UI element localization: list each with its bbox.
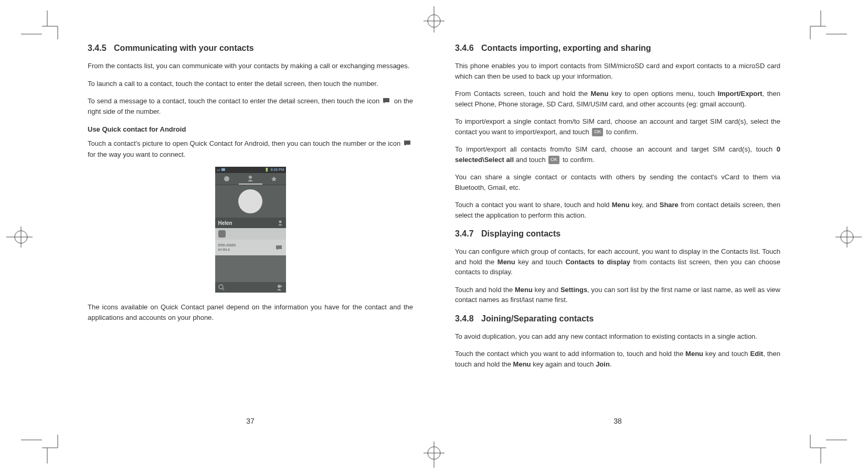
p-import-menu: From Contacts screen, touch and hold the… <box>455 89 780 109</box>
svg-point-6 <box>279 221 281 223</box>
message-icon <box>404 139 412 149</box>
p-import-all: To import/export all contacts from/to SI… <box>455 144 780 165</box>
edit-contact-icon <box>278 220 283 225</box>
crop-mark-br <box>805 432 847 464</box>
ok-badge: OK <box>592 128 603 136</box>
svg-point-5 <box>249 176 252 179</box>
tab-favorites <box>262 173 286 185</box>
add-contact-icon <box>277 284 283 290</box>
p-communicate: From the contacts list, you can communic… <box>88 61 413 71</box>
p-share-vcard: You can share a single contact or contac… <box>455 172 780 192</box>
contact-name: Helen <box>218 219 232 227</box>
center-mark-left <box>6 221 33 253</box>
page-left: 3.4.5 Communicating with your contacts F… <box>88 42 413 376</box>
p-display-settings: Touch and hold the Menu key and Settings… <box>455 285 780 305</box>
crop-mark-bl <box>21 432 63 464</box>
heading-346: 3.4.6 Contacts importing, exporting and … <box>455 42 780 55</box>
crop-mark-tr <box>805 10 847 42</box>
phone-type: MOBILE <box>218 248 236 252</box>
tab-dialer <box>215 173 239 185</box>
message-icon <box>383 96 391 107</box>
phone-number: 856-6889 <box>218 243 236 248</box>
status-time: 🔋 9:26 PM <box>264 167 284 173</box>
dial-action-row <box>215 228 286 240</box>
search-icon <box>218 284 225 290</box>
tab-contact <box>239 173 262 185</box>
contact-avatar <box>215 185 286 218</box>
p-import-single: To import/export a single contact from/t… <box>455 116 780 137</box>
center-mark-top <box>418 6 450 33</box>
svg-point-7 <box>219 285 223 289</box>
crop-mark-tl <box>21 10 63 42</box>
p-share-action: Touch a contact you want to share, touch… <box>455 200 780 220</box>
ok-badge: OK <box>548 156 559 164</box>
status-left-icons: ▭ ☎ <box>217 167 226 173</box>
phone-screenshot: ▭ ☎ 🔋 9:26 PM Helen <box>215 167 286 293</box>
p-join-intro: To avoid duplication, you can add any ne… <box>455 331 780 342</box>
contact-name-row: Helen <box>215 218 286 228</box>
p-icons-depend: The icons available on Quick Contact pan… <box>88 302 413 322</box>
phone-status-bar: ▭ ☎ 🔋 9:26 PM <box>215 167 286 173</box>
svg-point-4 <box>224 176 229 181</box>
p-import-intro: This phone enables you to import contact… <box>455 61 780 81</box>
p-display-config: You can configure which group of contact… <box>455 246 780 277</box>
p-join-action: Touch the contact which you want to add … <box>455 349 780 369</box>
heading-345: 3.4.5 Communicating with your contacts <box>88 42 413 55</box>
p-quick-contact: Touch a contact's picture to open Quick … <box>88 138 413 159</box>
phone-bottom-bar <box>215 282 286 293</box>
phone-number-row: 856-6889 MOBILE <box>215 240 286 255</box>
heading-348: 3.4.8 Joining/Separating contacts <box>455 313 780 325</box>
center-mark-right <box>835 221 862 253</box>
heading-num: 3.4.5 <box>88 44 107 52</box>
heading-347: 3.4.7 Displaying contacts <box>455 228 780 240</box>
message-icon <box>276 245 283 250</box>
page-right: 3.4.6 Contacts importing, exporting and … <box>455 42 780 376</box>
heading-text: Communicating with your contacts <box>114 44 254 52</box>
page-number-right: 38 <box>455 416 780 427</box>
page-number-left: 37 <box>88 416 413 427</box>
subhead-quick-contact: Use Quick contact for Android <box>88 124 413 135</box>
phone-tabs <box>215 173 286 185</box>
center-mark-bottom <box>418 441 450 468</box>
p-launch-call: To launch a call to a contact, touch the… <box>88 79 413 89</box>
p-send-message: To send a message to a contact, touch th… <box>88 96 413 117</box>
dial-icon <box>218 230 226 238</box>
